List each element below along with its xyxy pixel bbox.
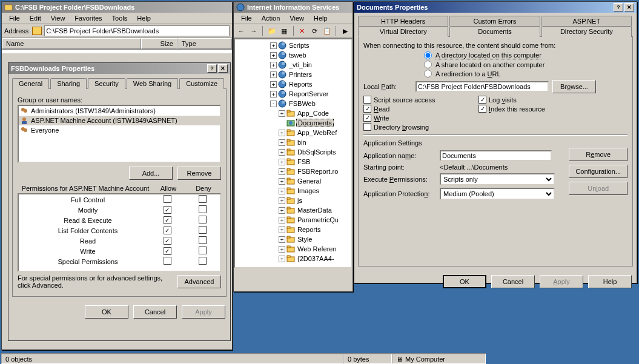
expand-icon[interactable]: + [279,227,285,233]
tree-label[interactable]: Style [296,236,313,243]
help-button[interactable]: Help [588,275,632,288]
chk-script-source[interactable]: Script source access [363,96,472,104]
deny-checkbox[interactable] [199,257,207,265]
unload-button[interactable]: Unload [569,182,627,195]
tree-node[interactable]: +Web Referen [236,244,350,254]
help-button[interactable]: ? [207,64,217,73]
remove-app-button[interactable]: Remove [569,148,627,161]
tree-node[interactable]: Documents [236,118,350,128]
tree-label[interactable]: Web Referen [296,245,338,253]
up-icon[interactable]: 📁 [267,25,277,36]
radio-input[interactable] [424,61,432,68]
menu-favorites[interactable]: Favorites [70,13,107,23]
tree-label[interactable]: ParametricQu [296,216,340,223]
apply-button[interactable]: Apply [540,275,583,288]
menu-view[interactable]: View [46,13,70,23]
col-name[interactable]: Name [2,38,141,49]
tree-label[interactable]: DbSqlScripts [296,148,337,156]
tree-node[interactable]: +Style [236,234,350,244]
expand-icon[interactable]: + [279,149,285,156]
tree-label[interactable]: Documents [296,119,334,127]
allow-checkbox[interactable] [164,237,171,245]
tree-label[interactable]: General [296,177,322,185]
deny-checkbox[interactable] [199,247,207,254]
expand-icon[interactable]: + [279,197,285,204]
tree-label[interactable]: App_Code [296,110,330,117]
ok-button[interactable]: OK [85,305,128,319]
user-row[interactable]: Everyone [19,125,220,135]
properties-icon[interactable]: ▦ [279,25,290,36]
tab-general[interactable]: General [12,78,49,89]
app-name-input[interactable] [440,150,552,161]
explorer-titlebar[interactable]: C:\FSB Project Folder\FSBDownloads [2,2,232,13]
menu-view[interactable]: View [285,13,309,23]
secprop-titlebar[interactable]: FSBDownloads Properties ? ✕ [8,63,230,74]
deny-checkbox[interactable] [199,205,207,213]
tree-node[interactable]: +ParametricQu [236,215,350,225]
tab-customize[interactable]: Customize [179,78,224,89]
add-button[interactable]: Add... [129,167,173,180]
remove-button[interactable]: Remove [177,167,221,180]
expand-icon[interactable]: - [270,101,277,107]
export-icon[interactable]: 📋 [322,25,333,36]
tree-label[interactable]: FSBWeb [288,100,317,107]
expand-icon[interactable]: + [279,110,285,117]
tab-aspnet[interactable]: ASP.NET [541,16,632,26]
tree-label[interactable]: Scripts [288,42,311,49]
expand-icon[interactable]: + [279,130,285,136]
tree-label[interactable]: MasterData [296,207,333,214]
close-button[interactable]: ✕ [624,3,634,12]
advanced-button[interactable]: Advanced [177,275,221,288]
tree-label[interactable]: Reports [288,81,314,88]
file-list[interactable] [2,50,232,53]
tree-label[interactable]: {2D037AA4- [296,255,336,262]
tab-directory-security[interactable]: Directory Security [541,26,632,37]
expand-icon[interactable]: + [279,168,285,175]
tree-label[interactable]: bin [296,139,308,146]
chk-index[interactable]: Index this resource [478,105,588,113]
menu-tools[interactable]: Tools [107,13,133,23]
tree-node[interactable]: +App_WebRef [236,128,350,137]
tree-node[interactable]: +Scripts [236,41,350,50]
tab-websharing[interactable]: Web Sharing [127,78,178,89]
tree-node[interactable]: +App_Code [236,108,350,118]
expand-icon[interactable]: + [279,188,285,194]
iis-titlebar[interactable]: Internet Information Services [234,2,353,13]
expand-icon[interactable]: + [279,217,285,223]
user-row[interactable]: Administrators (ISTW1849\Administrators) [19,106,220,116]
tree-node[interactable]: +{2D037AA4- [236,254,350,263]
tree-node[interactable]: +FSBReport.ro [236,167,350,176]
expand-icon[interactable]: + [279,207,285,214]
tree-node[interactable]: +bin [236,137,350,147]
local-path-input[interactable] [416,81,549,92]
help-button[interactable]: ? [614,3,623,12]
expand-icon[interactable]: + [270,91,277,98]
radio-input[interactable] [424,70,432,78]
tree-label[interactable]: ReportServer [288,90,329,98]
chk-write[interactable]: Write [363,114,472,122]
col-size[interactable]: Size [141,38,177,49]
exec-perm-select[interactable]: Scripts only [440,173,555,185]
cancel-button[interactable]: Cancel [491,275,535,288]
tree-node[interactable]: +Printers [236,70,350,79]
chk-dir-browsing[interactable]: Directory browsing [363,123,472,131]
apply-button[interactable]: Apply [182,305,225,319]
tree-label[interactable]: tsweb [288,51,308,59]
tree-node[interactable]: +MasterData [236,205,350,215]
tab-documents[interactable]: Documents [449,26,540,37]
radio-input[interactable] [424,51,432,59]
tree-label[interactable]: js [296,197,303,204]
tree-label[interactable]: FSBReport.ro [296,168,339,175]
tree-node[interactable]: +ReportServer [236,89,350,99]
users-listbox[interactable]: Administrators (ISTW1849\Administrators)… [18,105,221,163]
tree-label[interactable]: Printers [288,71,313,78]
back-icon[interactable]: ← [236,25,247,36]
app-prot-select[interactable]: Medium (Pooled) [440,188,555,200]
tree-node[interactable]: +js [236,196,350,205]
address-input[interactable] [44,25,230,36]
menu-action[interactable]: Action [257,13,285,23]
deny-checkbox[interactable] [199,226,207,234]
allow-checkbox[interactable] [164,216,171,224]
tab-security[interactable]: Security [88,78,125,89]
tree-node[interactable]: +Reports [236,225,350,234]
